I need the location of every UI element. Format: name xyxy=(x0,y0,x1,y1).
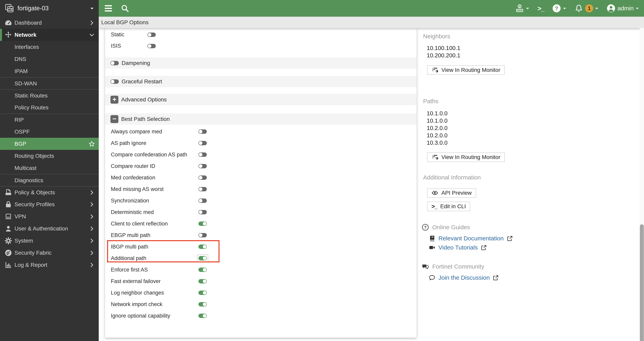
relevant-documentation-link[interactable]: Relevant Documentation xyxy=(429,235,513,242)
toggle-switch[interactable] xyxy=(198,141,207,145)
device-selector[interactable]: fortigate-03 xyxy=(0,0,99,17)
section-graceful-restart[interactable]: Graceful Restart xyxy=(105,76,416,87)
sidebar-item-label: Policy Routes xyxy=(14,104,48,111)
menu-toggle-button[interactable] xyxy=(105,5,112,11)
expand-collapse-icon[interactable]: + xyxy=(110,96,118,104)
toggle-switch[interactable] xyxy=(198,245,207,249)
toggle-switch[interactable] xyxy=(110,61,119,65)
edit-in-cli-button[interactable]: >_ Edit in CLI xyxy=(427,202,470,211)
view-in-routing-monitor-button[interactable]: View In Routing Monitor xyxy=(427,65,505,75)
sidebar-item-bgp[interactable]: BGP xyxy=(0,138,99,150)
toggle-focus-area xyxy=(197,255,208,262)
toggle-focus-area xyxy=(197,151,208,158)
sidebar-item-dashboard[interactable]: Dashboard xyxy=(0,17,99,29)
toggle-label: Med confederation xyxy=(111,175,155,181)
toggle-focus-area xyxy=(197,231,208,239)
sidebar-item-security-fabric[interactable]: Security Fabric xyxy=(0,247,99,259)
sidebar-item-rip[interactable]: RIP xyxy=(0,113,99,126)
toggle-switch[interactable] xyxy=(198,291,207,295)
toggle-switch[interactable] xyxy=(148,32,156,37)
toggle-row: Network import check xyxy=(105,299,416,310)
toggle-row: Enforce first AS xyxy=(105,264,416,276)
chart-icon xyxy=(4,261,12,269)
expand-collapse-icon[interactable]: − xyxy=(110,115,118,123)
section-advanced-options[interactable]: + Advanced Options xyxy=(105,94,416,105)
sidebar-item-system[interactable]: System xyxy=(0,235,99,247)
path-prefix: 10.1.0.0 xyxy=(427,110,448,117)
toggle-switch[interactable] xyxy=(198,129,207,134)
sidebar-item-diagnostics[interactable]: Diagnostics xyxy=(0,174,99,186)
toggle-knob xyxy=(199,164,202,168)
toggle-switch[interactable] xyxy=(148,44,156,48)
caret-down-icon xyxy=(636,8,639,11)
sidebar-item-network[interactable]: Network xyxy=(0,29,99,41)
sidebar-item-dns[interactable]: DNS xyxy=(0,53,99,65)
toggle-switch[interactable] xyxy=(198,210,207,214)
sidebar-item-static-routes[interactable]: Static Routes xyxy=(0,89,99,101)
sidebar-item-routing-objects[interactable]: Routing Objects xyxy=(0,150,99,162)
toggle-focus-area xyxy=(197,301,208,308)
sidebar-item-label: BGP xyxy=(14,141,26,147)
toggle-knob xyxy=(203,222,206,226)
topbar-right: >_ ? 1 xyxy=(515,4,639,13)
device-status-menu[interactable] xyxy=(515,4,529,13)
toggle-switch[interactable] xyxy=(198,279,207,284)
toggle-focus-area xyxy=(197,220,208,228)
sidebar-item-ipam[interactable]: IPAM xyxy=(0,65,99,77)
sidebar-item-label: Dashboard xyxy=(14,20,42,26)
toggle-knob xyxy=(199,176,202,179)
view-in-routing-monitor-button[interactable]: View In Routing Monitor xyxy=(427,152,505,162)
path-prefix: 10.1.0.0 xyxy=(427,117,448,124)
toggle-switch[interactable] xyxy=(198,268,207,272)
toggle-switch[interactable] xyxy=(198,152,207,157)
toggle-knob xyxy=(203,268,206,272)
toggle-switch[interactable] xyxy=(198,175,207,180)
section-title: Dampening xyxy=(122,60,150,66)
toggle-switch[interactable] xyxy=(198,233,207,237)
sidebar-item-label: Diagnostics xyxy=(14,177,43,184)
sidebar-item-vpn[interactable]: VPN xyxy=(0,210,99,223)
sidebar-item-policy-routes[interactable]: Policy Routes xyxy=(0,101,99,113)
notifications-menu[interactable]: 1 xyxy=(574,4,598,13)
section-dampening[interactable]: Dampening xyxy=(105,57,416,69)
api-preview-button[interactable]: API Preview xyxy=(427,188,476,198)
eye-icon xyxy=(432,190,438,196)
topbar-main: >_ ? 1 xyxy=(99,0,644,17)
fortinet-community-header: Fortinet Community xyxy=(422,263,484,270)
user-menu[interactable]: admin xyxy=(607,4,639,13)
toggle-focus-area xyxy=(197,278,208,285)
chevron-right-icon xyxy=(89,262,95,268)
user-avatar-icon xyxy=(607,4,616,13)
device-alert-icon xyxy=(515,4,524,13)
sidebar-item-log-and-report[interactable]: Log & Report xyxy=(0,259,99,271)
toggle-switch[interactable] xyxy=(110,79,119,84)
toggle-row: Static xyxy=(105,29,416,40)
join-the-discussion-link[interactable]: Join the Discussion xyxy=(429,274,499,281)
cli-console-button[interactable]: >_ xyxy=(538,4,544,12)
sidebar-item-policy-and-objects[interactable]: Policy & Objects xyxy=(0,186,99,198)
scrollbar-thumb[interactable] xyxy=(640,224,644,341)
toggle-row: Additional path xyxy=(105,253,416,264)
sidebar-item-security-profiles[interactable]: Security Profiles xyxy=(0,198,99,210)
sidebar-item-label: DNS xyxy=(14,56,26,62)
star-icon[interactable] xyxy=(88,141,95,147)
toggle-switch[interactable] xyxy=(198,314,207,318)
toggle-switch[interactable] xyxy=(198,256,207,260)
toggle-label: Client to client reflection xyxy=(111,221,168,227)
sidebar-item-sd-wan[interactable]: SD-WAN xyxy=(0,77,99,89)
video-tutorials-link[interactable]: Video Tutorials xyxy=(429,244,487,251)
sidebar-item-ospf[interactable]: OSPF xyxy=(0,126,99,138)
toggle-switch[interactable] xyxy=(198,164,207,168)
search-button[interactable] xyxy=(121,4,129,12)
toggle-switch[interactable] xyxy=(198,302,207,307)
section-best-path-selection[interactable]: − Best Path Selection xyxy=(105,113,416,125)
sidebar-item-interfaces[interactable]: Interfaces xyxy=(0,41,99,53)
sidebar-item-multicast[interactable]: Multicast xyxy=(0,162,99,174)
toggle-switch[interactable] xyxy=(198,222,207,226)
sidebar-item-user-and-authentication[interactable]: User & Authentication xyxy=(0,223,99,235)
toggle-switch[interactable] xyxy=(198,187,207,191)
help-menu[interactable]: ? xyxy=(552,4,566,13)
toggle-label: Always compare med xyxy=(111,129,162,135)
user-name: admin xyxy=(618,5,634,12)
toggle-switch[interactable] xyxy=(198,199,207,203)
